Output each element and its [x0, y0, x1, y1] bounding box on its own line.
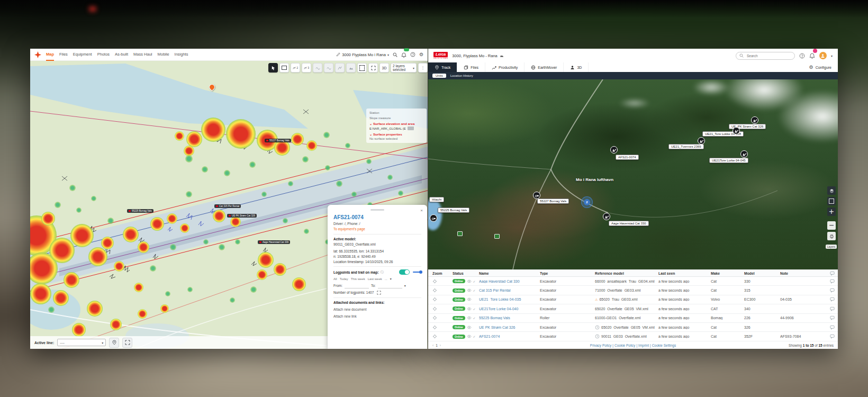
footer-link-privacy-policy[interactable]: Privacy Policy — [590, 344, 611, 347]
zoom-in-button[interactable]: + — [827, 207, 836, 216]
drag-handle[interactable] — [370, 209, 384, 211]
profile-up-tool-button[interactable] — [335, 63, 345, 73]
column-header-type[interactable]: Type — [540, 272, 595, 275]
chat-button[interactable] — [820, 288, 835, 293]
equipment-marker-label[interactable]: UE21Tore Lorke 04-045 — [709, 158, 748, 163]
left-app-logo[interactable] — [34, 51, 41, 58]
filter-last-week[interactable]: Last week — [368, 277, 382, 281]
configure-button[interactable]: ⚙Configure — [809, 62, 838, 72]
table-row[interactable]: Online✓Cat 315 Per RentalExcavator71000_… — [428, 286, 838, 295]
excavator-marker-icon[interactable] — [740, 150, 748, 158]
column-header-zoom[interactable]: Zoom — [432, 272, 453, 275]
tab-as-built[interactable]: As-built — [115, 48, 128, 61]
station-row[interactable]: Station — [369, 111, 423, 114]
map-equipment-chip[interactable]: Cat 315 Per Rental — [214, 204, 241, 208]
project-selector[interactable]: 3000 Flyplass Mo i Rana ▾ — [336, 52, 389, 57]
excavator-marker-icon[interactable] — [698, 137, 705, 145]
info-icon[interactable]: ⓘ — [381, 270, 384, 275]
roller-marker-icon[interactable] — [533, 192, 540, 199]
tab-track[interactable]: Track — [428, 62, 457, 72]
roller-marker-icon[interactable] — [430, 214, 437, 222]
surface-elevation-section[interactable]: ⌄ Surface elevation and area — [369, 122, 423, 125]
excavator-marker-icon[interactable] — [733, 127, 740, 134]
equipment-page-link[interactable]: To equipment's page — [333, 227, 421, 231]
footer-link-cookie-policy[interactable]: Cookie Policy — [614, 344, 635, 347]
filter-all[interactable]: All — [333, 277, 337, 281]
worksos-map[interactable]: 55227 Bomag ValsCat 315 Per RentalUE PK … — [30, 61, 428, 349]
footer-link-imprint[interactable]: Imprint — [638, 344, 649, 347]
tab-earthmover[interactable]: EarthMover — [525, 62, 564, 72]
curve-tool-button[interactable] — [313, 63, 322, 73]
equipment-name-link[interactable]: Cat 315 Per Rental — [479, 288, 540, 292]
tab-files[interactable]: Files — [59, 48, 68, 61]
surface-properties-section[interactable]: ⌄ Surface properties — [369, 132, 423, 136]
cluster-marker[interactable]: 2 — [581, 196, 593, 208]
zoom-to-equipment-button[interactable] — [432, 315, 453, 320]
to-date-input[interactable] — [378, 283, 402, 288]
equipment-marker-label[interactable]: 55225 Bomag Vals — [438, 207, 469, 213]
tab-3d[interactable]: 3D — [564, 62, 589, 72]
zoom-to-equipment-button[interactable] — [432, 288, 453, 293]
equipment-marker-label[interactable]: Aage Haverstad Cat 330 — [609, 221, 649, 226]
polyline3-tool-button[interactable]: 3 — [302, 63, 311, 73]
search-icon[interactable] — [393, 52, 397, 57]
column-header-last-seen[interactable]: Last seen — [658, 272, 711, 275]
equipment-name-link[interactable]: 55225 Bomag Vals — [479, 316, 540, 320]
location-history-button[interactable]: Location History — [450, 74, 473, 77]
equipment-name-link[interactable]: UE PK Strøm Cat 326 — [479, 326, 540, 329]
fit-view-button[interactable] — [368, 63, 378, 73]
visibility-eye-icon[interactable] — [467, 315, 472, 320]
map-equipment-chip[interactable]: Aage Haverstad Cat 330 — [258, 240, 290, 244]
locate-button[interactable] — [109, 338, 119, 348]
equipment-name-link[interactable]: UE21_Tore Lokke 04-035 — [479, 297, 540, 301]
equipment-marker-label[interactable]: UE21_Tvermes 2369 — [668, 144, 704, 149]
chat-button[interactable] — [820, 325, 835, 330]
zoom-to-equipment-button[interactable] — [432, 297, 453, 302]
measure-tool-button[interactable] — [279, 63, 289, 73]
column-header-reference-model[interactable]: Reference model — [595, 272, 658, 275]
map-3d-button[interactable] — [827, 186, 836, 195]
chat-button[interactable] — [820, 334, 835, 339]
visibility-eye-icon[interactable] — [467, 288, 472, 293]
visibility-eye-icon[interactable] — [467, 306, 472, 311]
column-header-note[interactable]: Note — [780, 272, 820, 275]
zoom-to-equipment-button[interactable] — [432, 279, 453, 284]
satellite-map[interactable]: Mo i Rana lufthavn 2 AFS21-0074UE_PK Str… — [428, 79, 838, 269]
map-equipment-chip[interactable]: 55225 Bomag Vals — [127, 209, 153, 213]
help-icon[interactable] — [410, 52, 415, 57]
tab-photos[interactable]: Photos — [97, 48, 110, 61]
polyline2-tool-button[interactable]: 2 — [291, 63, 300, 73]
tab-map[interactable]: Map — [46, 48, 54, 61]
slope-measure-row[interactable]: Slope measure — [369, 116, 423, 120]
map-equipment-chip[interactable]: 55227 Bomag Vals — [265, 139, 291, 142]
surface-name[interactable]: E:NAR_ARK_GLOBAL (E — [369, 127, 423, 130]
selection-box-button[interactable] — [357, 63, 367, 73]
pagination[interactable]: ‹ 1 › — [432, 344, 441, 347]
table-row[interactable]: Online✓AFS21-0074Excavator90011_GE03_Ove… — [428, 332, 838, 341]
zoom-to-equipment-button[interactable] — [432, 306, 453, 311]
visibility-eye-icon[interactable] — [467, 325, 472, 330]
attach-link-link[interactable]: Attach new link — [333, 314, 421, 318]
search-box[interactable] — [736, 52, 795, 60]
notifications-button[interactable] — [401, 50, 406, 59]
map-equipment-chip[interactable]: UE PK Strøm Cat 326 — [227, 214, 257, 218]
column-header-make[interactable]: Make — [711, 272, 744, 275]
tab-mobile[interactable]: Mobile — [158, 48, 169, 61]
map-split-button[interactable] — [827, 197, 836, 205]
layers-select[interactable]: 2 layers selected▾ — [391, 63, 417, 73]
fit-extent-button[interactable] — [122, 338, 132, 348]
visibility-eye-icon[interactable] — [467, 279, 472, 284]
column-header-status[interactable]: Status — [453, 272, 479, 275]
filter-today[interactable]: Today — [340, 277, 348, 281]
settings-gear-icon[interactable]: ⚙ — [419, 52, 423, 57]
visibility-eye-icon[interactable] — [467, 297, 472, 302]
equipment-name-link[interactable]: UE21Tore Lorke 04-040 — [479, 307, 540, 311]
units-button[interactable]: Units — [432, 74, 446, 78]
zoom-to-logpoints-icon[interactable] — [377, 291, 381, 295]
table-row[interactable]: Online✓Aage Haverstad Cat 330Excavator66… — [428, 277, 838, 286]
tab-insights[interactable]: Insights — [175, 48, 188, 61]
column-header-name[interactable]: Name — [479, 272, 540, 275]
excavator-marker-icon[interactable] — [603, 213, 610, 220]
tab-equipment[interactable]: Equipment — [73, 48, 92, 61]
zoom-to-equipment-button[interactable] — [432, 325, 453, 330]
